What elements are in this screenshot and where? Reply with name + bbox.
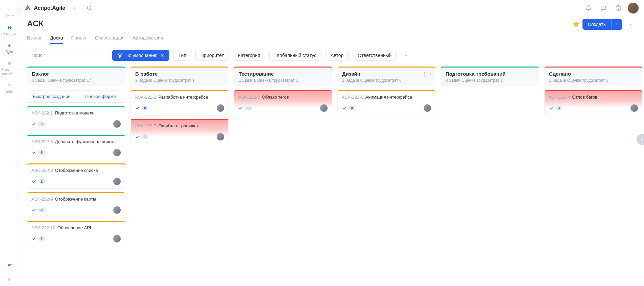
assignee-avatar[interactable] bbox=[217, 104, 224, 112]
sidebar-item-4[interactable]: ⊡Ещё bbox=[0, 78, 19, 96]
assignee-avatar[interactable] bbox=[630, 104, 638, 112]
points-badge: 3 bbox=[555, 106, 562, 110]
sidebar-item-0[interactable]: ♡Старт bbox=[0, 3, 19, 21]
sidebar-item-1[interactable]: 👥Команда bbox=[0, 21, 19, 38]
svg-point-0 bbox=[87, 6, 91, 9]
filter-default[interactable]: По умолчанию ✕ bbox=[112, 50, 169, 61]
filter-chip-0[interactable]: Тип bbox=[173, 50, 191, 61]
task-card[interactable]: ASK-222-4Отлов багов3 bbox=[544, 90, 642, 115]
column-menu[interactable]: ⋮ bbox=[422, 71, 427, 77]
task-card[interactable]: ASK-222-2Разработка интерфейса8 bbox=[130, 90, 229, 115]
page-title: АСК bbox=[27, 19, 44, 28]
board: Бэклог5 Задач Оценка трудозатрат 17Быстр… bbox=[19, 67, 644, 286]
task-card[interactable]: ASK-222-3Добавить функционал поиска8 bbox=[27, 135, 125, 160]
add-button[interactable]: ＋ bbox=[69, 3, 80, 14]
column-header: Сделано1 Задача Оценка трудозатрат 3 bbox=[544, 67, 642, 86]
quick-create: Быстрое созданиеПолная форма bbox=[27, 90, 125, 103]
card-title: ASK-222-2Разработка интерфейса bbox=[135, 95, 224, 100]
check-icon bbox=[135, 134, 140, 139]
sidebar-item-3[interactable]: ⊞База знаний bbox=[0, 56, 19, 78]
points-badge: 8 bbox=[142, 106, 148, 110]
task-card[interactable]: ASK-222-6Анимация интерфейса8 bbox=[337, 90, 435, 115]
column-sub: 0 Задач Оценка трудозатрат 0 bbox=[446, 78, 534, 83]
column-title: В работе bbox=[135, 71, 224, 77]
filter-chip-2[interactable]: Категория bbox=[233, 50, 265, 61]
tab-3[interactable]: Список задач bbox=[95, 32, 125, 44]
grid-icon: ⊡ bbox=[5, 81, 14, 89]
search-icon bbox=[87, 5, 93, 11]
kb-icon: ⊞ bbox=[5, 59, 14, 67]
user-avatar[interactable] bbox=[628, 3, 639, 14]
points-badge: 2 bbox=[38, 208, 45, 212]
quick-create-fast[interactable]: Быстрое создание bbox=[27, 90, 76, 102]
task-card[interactable]: ASK-222-9Отображение карты2 bbox=[27, 192, 125, 217]
notifications-button[interactable] bbox=[583, 3, 594, 14]
points-badge: 8 bbox=[349, 106, 355, 110]
chevron-right-icon bbox=[639, 137, 644, 142]
filter-chip-1[interactable]: Приоритет bbox=[195, 50, 229, 61]
add-filter[interactable]: ＋ bbox=[401, 50, 411, 61]
card-id: ASK-222-4 bbox=[549, 95, 570, 100]
chat-button[interactable] bbox=[598, 3, 609, 14]
card-title: ASK-222-8Отображение списка bbox=[31, 168, 121, 173]
sidebar: ♡Старт👥Команда◉Agile⊞База знаний⊡Ещё 🚩 ⚙ bbox=[0, 0, 19, 286]
filter-chip-5[interactable]: Ответственный bbox=[353, 50, 397, 61]
assignee-avatar[interactable] bbox=[113, 120, 121, 128]
column-title: Сделано bbox=[549, 71, 638, 77]
sidebar-label: База знаний bbox=[1, 68, 17, 75]
check-icon bbox=[31, 179, 36, 184]
assignee-avatar[interactable] bbox=[113, 206, 121, 214]
team-icon: 👥 bbox=[5, 23, 14, 31]
svg-line-1 bbox=[90, 9, 92, 10]
card-title: ASK-222-7Ошибка в графиках bbox=[135, 123, 224, 128]
points-badge: 1 bbox=[38, 236, 45, 241]
help-button[interactable] bbox=[613, 3, 624, 14]
tab-2[interactable]: Проект bbox=[71, 32, 87, 44]
assignee-avatar[interactable] bbox=[113, 235, 121, 242]
scroll-right[interactable] bbox=[637, 134, 644, 145]
tab-0[interactable]: Бэклог bbox=[27, 32, 42, 44]
card-title: ASK-222-6Анимация интерфейса bbox=[342, 95, 431, 100]
sidebar-gear[interactable]: ⚙ bbox=[0, 272, 19, 286]
chevron-down-icon bbox=[615, 22, 619, 26]
plus-icon: ＋ bbox=[404, 52, 408, 58]
search-input[interactable] bbox=[27, 50, 108, 61]
task-card[interactable]: ASK-222-7Ошибка в графиках1 bbox=[130, 119, 229, 144]
topbar: Аспро.Agile ＋ bbox=[19, 0, 644, 16]
sidebar-item-2[interactable]: ◉Agile bbox=[0, 38, 19, 56]
column-add[interactable]: ＋ bbox=[428, 71, 433, 77]
tab-1[interactable]: Доска bbox=[50, 32, 63, 44]
tab-4[interactable]: Автодействия bbox=[133, 32, 163, 44]
filter-chip-3[interactable]: Глобальный статус bbox=[269, 50, 322, 61]
create-button[interactable]: Создать bbox=[582, 19, 611, 30]
sidebar-settings[interactable]: 🚩 bbox=[0, 259, 19, 272]
quick-create-full[interactable]: Полная форма bbox=[76, 90, 125, 102]
points-badge: 8 bbox=[38, 150, 45, 155]
assignee-avatar[interactable] bbox=[424, 104, 431, 112]
task-card[interactable]: ASK-222-5Облако тегов5 bbox=[234, 90, 332, 115]
column-0: Бэклог5 Задач Оценка трудозатрат 17Быстр… bbox=[27, 67, 125, 250]
filter-chip-4[interactable]: Автор bbox=[326, 50, 349, 61]
card-meta: 1 bbox=[31, 236, 45, 241]
sidebar-label: Команда bbox=[2, 32, 16, 36]
create-dropdown[interactable] bbox=[611, 19, 622, 30]
column-sub: 2 Задачи Оценка трудозатрат 9 bbox=[135, 78, 224, 83]
card-meta: 8 bbox=[342, 106, 355, 110]
assignee-avatar[interactable] bbox=[113, 178, 121, 185]
gear-icon: ⚙ bbox=[5, 275, 14, 283]
task-card[interactable]: ASK-222-10Обновление API1 bbox=[27, 221, 125, 246]
assignee-avatar[interactable] bbox=[113, 149, 121, 156]
agile-icon: ◉ bbox=[5, 41, 14, 49]
logo[interactable]: Аспро.Agile bbox=[24, 5, 65, 11]
assignee-avatar[interactable] bbox=[217, 133, 224, 140]
search-button[interactable] bbox=[84, 3, 95, 14]
task-card[interactable]: ASK-222-1Подготовка модели5 bbox=[27, 106, 125, 131]
dots-icon: ⋮ bbox=[628, 22, 633, 27]
close-icon[interactable]: ✕ bbox=[160, 53, 164, 58]
column-header: Бэклог5 Задач Оценка трудозатрат 17 bbox=[27, 67, 125, 86]
task-card[interactable]: ASK-222-8Отображение списка1 bbox=[27, 163, 125, 189]
more-menu[interactable]: ⋮ bbox=[625, 19, 636, 30]
favorite-star[interactable] bbox=[572, 20, 580, 29]
assignee-avatar[interactable] bbox=[320, 104, 328, 112]
card-meta: 8 bbox=[135, 106, 148, 110]
